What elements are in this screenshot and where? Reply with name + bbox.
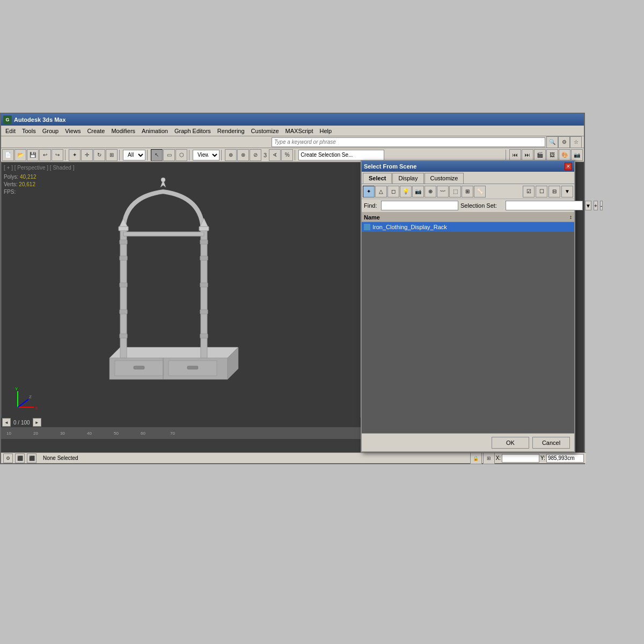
dialog-footer: OK Cancel [362,433,574,451]
sep-3 [147,150,149,160]
svg-marker-0 [109,347,238,358]
svg-rect-13 [120,334,127,338]
tb-anim1[interactable]: ⏮ [509,149,521,161]
search-bar: 🔍 ⚙ ☆ [1,136,584,148]
tb-snap3[interactable]: ⊘ [250,149,261,161]
menu-tools[interactable]: Tools [19,127,39,135]
svg-text:X: X [35,406,38,411]
tb-save[interactable]: 💾 [27,149,39,161]
dt-shape[interactable]: ◻ [387,186,399,197]
tb-snap2[interactable]: ⊗ [237,149,249,161]
y-label: Y: [540,455,545,461]
search-extra-2[interactable]: ☆ [570,136,582,148]
menu-maxscript[interactable]: MAXScript [282,127,317,135]
svg-text:Z: Z [29,394,32,399]
selection-set-area [298,150,504,160]
search-input[interactable] [272,137,545,147]
menu-customize[interactable]: Customize [248,127,282,135]
svg-rect-12 [120,310,127,314]
list-header: Name ↕ [362,213,574,222]
menu-help[interactable]: Help [317,127,335,135]
selection-set-input[interactable] [298,150,384,160]
tb-open[interactable]: 📂 [14,149,26,161]
tb-render1[interactable]: 🎬 [534,149,546,161]
list-sort-icon[interactable]: ↕ [569,214,572,220]
list-item-0[interactable]: Iron_Clothing_Display_Rack [362,222,574,232]
dt-selall[interactable]: ☑ [523,186,535,197]
tb-undo[interactable]: ↩ [39,149,51,161]
dt-selnone[interactable]: ☐ [536,186,547,197]
dt-space[interactable]: 〰 [437,186,449,197]
tb-rotate[interactable]: ↻ [93,149,105,161]
menu-create[interactable]: Create [84,127,108,135]
ok-button[interactable]: OK [492,437,529,449]
selset-add[interactable]: + [594,201,598,210]
tb-snap1[interactable]: ⊕ [225,149,237,161]
cancel-button[interactable]: Cancel [532,437,570,449]
tb-render2[interactable]: 🖼 [546,149,558,161]
tb-pct[interactable]: % [281,149,293,161]
menu-animation[interactable]: Animation [138,127,171,135]
dt-geo[interactable]: △ [375,186,387,197]
tab-customize[interactable]: Customize [425,173,464,184]
tb-select-obj[interactable]: ↖ [151,149,163,161]
dt-xref[interactable]: ⊞ [462,186,473,197]
tb-ang[interactable]: ∢ [269,149,281,161]
menu-graph-editors[interactable]: Graph Editors [171,127,214,135]
next-frame[interactable]: ► [33,418,41,427]
dt-all[interactable]: ✦ [363,186,375,197]
tb-select[interactable]: ✦ [69,149,80,161]
tb-render3[interactable]: 🎨 [559,149,570,161]
selection-set-dialog-input[interactable] [506,201,583,210]
menu-edit[interactable]: Edit [2,127,19,135]
search-extra-1[interactable]: ⚙ [558,136,570,148]
coord-icon[interactable]: ⊞ [483,452,495,464]
viewport[interactable]: [ + ] [ Perspective ] [ Shaded ] Polys: … [1,162,361,425]
tb-select-region[interactable]: ▭ [163,149,175,161]
tb-redo[interactable]: ↪ [52,149,63,161]
tick-50: 50 [114,431,119,436]
sep-1 [65,150,67,160]
verts-label: Verts: [4,181,18,187]
x-input[interactable] [502,454,539,463]
menu-rendering[interactable]: Rendering [214,127,248,135]
tb-scale[interactable]: ⊞ [106,149,118,161]
tab-display[interactable]: Display [392,173,423,184]
tb-lasso[interactable]: ⬡ [175,149,187,161]
svg-rect-23 [119,226,128,231]
dt-bone[interactable]: 🦴 [474,186,486,197]
tb-anim2[interactable]: ⏭ [522,149,533,161]
dt-group[interactable]: ⬚ [449,186,461,197]
status-icon-3[interactable]: ⬛ [27,453,36,463]
tb-render4[interactable]: 📷 [571,149,583,161]
selset-del[interactable]: - [600,201,603,210]
object-list[interactable]: Iron_Clothing_Display_Rack [362,222,574,433]
dialog-close-button[interactable]: ✕ [565,163,572,170]
status-icon-2[interactable]: ⬛ [15,453,25,463]
lock-icon[interactable]: 🔒 [470,452,482,464]
svg-rect-25 [199,226,209,231]
tab-select[interactable]: Select [363,173,392,184]
status-icon-1[interactable]: ⚙ [3,453,13,463]
menu-modifiers[interactable]: Modifiers [108,127,138,135]
menu-bar: Edit Tools Group Views Create Modifiers … [1,126,584,136]
dt-selinvert[interactable]: ⊟ [548,186,560,197]
tb-new[interactable]: 📄 [2,149,14,161]
coord-display: 🔒 ⊞ X: Y: [470,452,584,464]
polys-value: 40,212 [20,174,36,180]
dt-light[interactable]: 💡 [400,186,412,197]
dt-cam[interactable]: 📷 [412,186,424,197]
find-input[interactable] [381,201,458,210]
menu-views[interactable]: Views [62,127,84,135]
view-dropdown[interactable]: View [193,150,219,160]
selection-set-label: Selection Set: [460,202,503,209]
y-input[interactable] [546,454,584,463]
dt-helper[interactable]: ⊕ [425,186,436,197]
selset-btn[interactable]: ▼ [585,201,591,210]
search-button[interactable]: 🔍 [546,136,558,148]
dt-filter[interactable]: ▼ [561,186,573,197]
menu-group[interactable]: Group [39,127,62,135]
prev-frame[interactable]: ◄ [2,418,11,427]
tb-move[interactable]: ✛ [81,149,93,161]
filter-dropdown[interactable]: All [123,150,145,160]
